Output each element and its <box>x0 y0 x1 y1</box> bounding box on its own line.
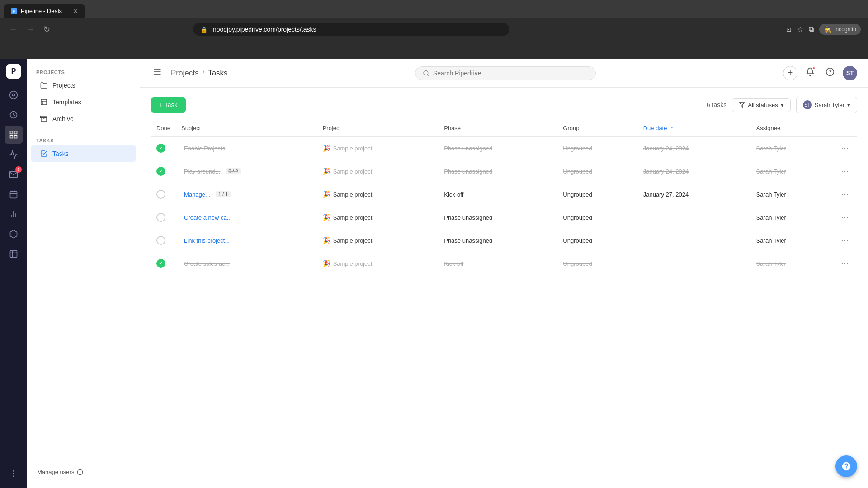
main-header: Projects / Tasks + ST <box>140 59 868 88</box>
project-cell: 🎉Sample project <box>317 160 439 183</box>
row-more-button[interactable]: ⋯ <box>838 211 852 223</box>
breadcrumb-root[interactable]: Projects <box>171 69 198 78</box>
assignee-avatar: ST <box>803 100 812 109</box>
project-name[interactable]: Sample project <box>333 168 373 175</box>
project-cell: 🎉Sample project <box>317 229 439 252</box>
project-emoji: 🎉 <box>323 260 330 267</box>
subject-content: Manage...1 / 1 <box>181 191 312 198</box>
header-actions: + ST <box>783 65 857 81</box>
nav-icon-deals[interactable] <box>5 106 23 124</box>
tab-close-button[interactable]: ✕ <box>73 8 78 14</box>
back-button[interactable]: ← <box>7 23 19 36</box>
projects-label: Projects <box>52 82 75 89</box>
done-checkbox[interactable] <box>156 190 165 199</box>
project-name[interactable]: Sample project <box>333 191 373 198</box>
group-cell: Ungrouped <box>557 160 637 183</box>
col-actions <box>833 120 857 136</box>
nav-icon-products[interactable] <box>5 225 23 243</box>
manage-users-link[interactable]: Manage users <box>32 465 89 479</box>
help-button[interactable] <box>823 65 837 81</box>
status-filter-button[interactable]: All statuses ▾ <box>732 98 790 112</box>
nav-icon-calendar[interactable] <box>5 185 23 203</box>
templates-label: Templates <box>52 99 81 106</box>
project-content: 🎉Sample project <box>323 168 373 175</box>
project-emoji: 🎉 <box>323 237 330 244</box>
subject-text[interactable]: Manage... <box>184 191 210 198</box>
svg-rect-6 <box>14 136 17 138</box>
sidebar-item-templates[interactable]: Templates <box>31 94 136 110</box>
col-due-date[interactable]: Due date ↑ <box>638 120 751 136</box>
user-avatar[interactable]: ST <box>843 66 857 80</box>
assignee-cell: Sarah Tyler <box>751 160 833 183</box>
nav-icon-home[interactable] <box>5 86 23 104</box>
project-name[interactable]: Sample project <box>333 237 373 244</box>
table-row: Create a new ca...🎉Sample projectPhase u… <box>151 206 857 229</box>
filter-icon <box>739 102 745 108</box>
global-add-button[interactable]: + <box>783 66 797 80</box>
project-emoji: 🎉 <box>323 191 330 198</box>
assignee-cell: Sarah Tyler <box>751 206 833 229</box>
nav-icon-mail[interactable]: 2 <box>5 165 23 183</box>
extension-icon[interactable]: ⧉ <box>809 25 814 33</box>
project-content: 🎉Sample project <box>323 260 373 267</box>
new-tab-button[interactable]: + <box>85 4 103 18</box>
done-checkbox[interactable] <box>156 213 165 222</box>
task-count: 6 tasks <box>707 101 726 108</box>
cast-icon[interactable]: ⊡ <box>786 26 792 33</box>
row-more-button[interactable]: ⋯ <box>838 165 852 177</box>
done-cell: ✓ <box>151 252 176 275</box>
subject-text[interactable]: Create sales ac... <box>184 260 230 267</box>
subject-content: Create a new ca... <box>181 214 312 221</box>
sort-asc-icon: ↑ <box>670 125 673 131</box>
row-more-button[interactable]: ⋯ <box>838 235 852 246</box>
url-input[interactable] <box>211 26 502 33</box>
subject-text[interactable]: Link this project... <box>184 237 230 244</box>
menu-toggle-button[interactable] <box>151 66 164 80</box>
nav-icon-reports[interactable] <box>5 205 23 223</box>
row-more-button[interactable]: ⋯ <box>838 142 852 154</box>
nav-icon-campaigns[interactable] <box>5 145 23 164</box>
svg-rect-20 <box>41 116 47 117</box>
done-cell <box>151 229 176 252</box>
nav-icon-integrations[interactable] <box>5 245 23 263</box>
sidebar-item-archive[interactable]: Archive <box>31 111 136 127</box>
phase-cell: Phase unassigned <box>439 136 557 160</box>
subject-text[interactable]: Enable Projects <box>184 145 225 152</box>
project-name[interactable]: Sample project <box>333 145 373 152</box>
search-input[interactable] <box>433 70 588 77</box>
done-checkbox[interactable]: ✓ <box>156 259 165 268</box>
nav-icon-more[interactable] <box>5 465 23 483</box>
address-bar[interactable]: 🔒 <box>193 23 509 36</box>
subject-content: Link this project... <box>181 237 312 244</box>
sidebar-item-tasks[interactable]: Tasks <box>31 145 136 162</box>
phase-cell: Kick-off <box>439 252 557 275</box>
help-fab-button[interactable] <box>835 455 857 477</box>
row-more-button[interactable]: ⋯ <box>838 258 852 269</box>
done-checkbox[interactable] <box>156 236 165 245</box>
refresh-button[interactable]: ↻ <box>42 23 52 36</box>
project-name[interactable]: Sample project <box>333 260 373 267</box>
icon-sidebar: P 2 <box>0 59 27 488</box>
group-cell: Ungrouped <box>557 252 637 275</box>
assignee-filter-button[interactable]: ST Sarah Tyler ▾ <box>796 97 857 113</box>
forward-button[interactable]: → <box>24 23 36 36</box>
add-task-button[interactable]: + Task <box>151 97 186 113</box>
subtask-badge: 1 / 1 <box>216 191 231 197</box>
bookmark-icon[interactable]: ☆ <box>797 25 803 34</box>
due-date-cell: January 24, 2024 <box>638 160 751 183</box>
browser-toolbar: ← → ↻ 🔒 ⊡ ☆ ⧉ 🕵 Incognito <box>0 18 868 41</box>
search-bar[interactable] <box>415 66 596 80</box>
app-logo[interactable]: P <box>6 64 21 79</box>
project-name[interactable]: Sample project <box>333 214 373 221</box>
row-more-button[interactable]: ⋯ <box>838 188 852 200</box>
done-checkbox[interactable]: ✓ <box>156 167 165 176</box>
toolbar: + Task 6 tasks All statuses ▾ ST Sarah T… <box>151 97 857 113</box>
active-tab[interactable]: P Pipeline - Deals ✕ <box>4 4 85 18</box>
done-checkbox[interactable]: ✓ <box>156 144 165 153</box>
subject-text[interactable]: Play around... <box>184 168 220 175</box>
subject-text[interactable]: Create a new ca... <box>184 214 232 221</box>
sidebar-item-projects[interactable]: Projects <box>31 77 136 94</box>
nav-icon-projects[interactable] <box>5 126 23 144</box>
notifications-button[interactable] <box>803 65 817 81</box>
browser-tabs: P Pipeline - Deals ✕ + <box>0 0 868 18</box>
